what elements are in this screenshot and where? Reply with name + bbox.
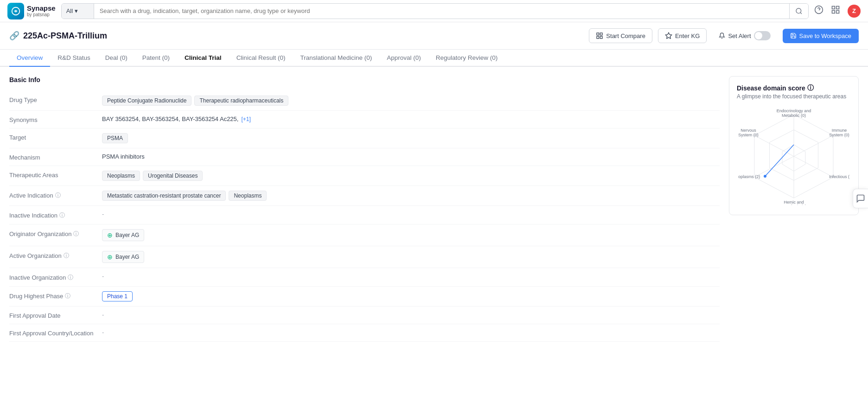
enter-kg-button[interactable]: Enter KG [658, 28, 707, 43]
tab-rd-status[interactable]: R&D Status [50, 50, 98, 67]
svg-text:System (0): System (0) [829, 133, 849, 137]
drug-phase-info-icon[interactable]: ⓘ [65, 292, 70, 300]
target-value: PSMA [102, 133, 720, 143]
inactive-indication-dash: - [102, 211, 104, 218]
first-approval-country-dash: - [102, 329, 104, 336]
mechanism-label: Mechanism [9, 153, 102, 161]
svg-rect-10 [597, 36, 599, 38]
enter-kg-label: Enter KG [675, 32, 700, 39]
first-approval-date-label: First Approval Date [9, 311, 102, 319]
alert-toggle[interactable] [754, 31, 771, 40]
start-compare-button[interactable]: Start Compare [589, 28, 652, 43]
inactive-org-info-icon[interactable]: ⓘ [68, 274, 73, 282]
svg-rect-5 [836, 6, 839, 9]
target-row: Target PSMA [9, 128, 720, 148]
radar-chart: Endocrinology and Metabolic (0) Nervous … [737, 105, 851, 207]
tab-translational-medicine[interactable]: Translational Medicine (0) [293, 50, 379, 67]
originator-org-info-icon[interactable]: ⓘ [73, 230, 79, 238]
tab-patent[interactable]: Patent (0) [135, 50, 177, 67]
drug-type-tag-0: Peptide Conjugate Radionuclide [102, 96, 191, 106]
svg-rect-6 [832, 11, 835, 13]
inactive-org-dash: - [102, 273, 104, 280]
active-org-globe-icon: ⊕ [107, 253, 113, 261]
apps-button[interactable] [831, 5, 840, 17]
svg-text:Immune: Immune [832, 128, 847, 133]
tab-overview[interactable]: Overview [9, 50, 50, 67]
svg-rect-11 [600, 36, 603, 38]
save-workspace-label: Save to Workspace [799, 32, 851, 39]
tab-regulatory-review[interactable]: Regulatory Review (0) [428, 50, 505, 67]
first-approval-country-value: - [102, 329, 720, 336]
inactive-indication-row: Inactive Indication ⓘ - [9, 206, 720, 224]
set-alert-area: Set Alert [712, 28, 777, 44]
tab-deal[interactable]: Deal (0) [98, 50, 135, 67]
tab-approval[interactable]: Approval (0) [379, 50, 428, 67]
svg-text:Metabolic (0): Metabolic (0) [782, 113, 806, 118]
svg-text:Neoplasms (2): Neoplasms (2) [738, 174, 760, 179]
tab-clinical-result[interactable]: Clinical Result (0) [229, 50, 293, 67]
first-approval-date-value: - [102, 311, 720, 318]
active-org-tag-0: ⊕ Bayer AG [102, 251, 144, 263]
drug-title: 225Ac-PSMA-Trillium [23, 31, 107, 41]
inactive-org-label: Inactive Organization ⓘ [9, 273, 102, 282]
search-input[interactable] [94, 7, 789, 14]
tab-clinical-trial[interactable]: Clinical Trial [177, 50, 229, 67]
inactive-indication-value: - [102, 211, 720, 218]
svg-rect-9 [600, 33, 603, 35]
svg-rect-7 [836, 11, 839, 13]
svg-point-30 [764, 175, 766, 178]
active-org-label: Active Organization ⓘ [9, 251, 102, 260]
drug-phase-tag: Phase 1 [102, 291, 133, 301]
drug-highest-phase-value: Phase 1 [102, 291, 720, 301]
active-org-value: ⊕ Bayer AG [102, 251, 720, 263]
radar-svg: Endocrinology and Metabolic (0) Nervous … [738, 108, 849, 205]
left-panel: Basic Info Drug Type Peptide Conjugate R… [9, 76, 720, 380]
active-org-row: Active Organization ⓘ ⊕ Bayer AG [9, 246, 720, 268]
search-type-label: All [66, 7, 73, 14]
logo-text: Synapse by patsnap [27, 5, 56, 18]
target-label: Target [9, 133, 102, 141]
disease-domain-title: Disease domain score ⓘ [737, 84, 851, 92]
drug-title-area: 🔗 225Ac-PSMA-Trillium [9, 31, 107, 41]
help-button[interactable] [814, 5, 823, 17]
inactive-org-row: Inactive Organization ⓘ - [9, 268, 720, 287]
save-workspace-button[interactable]: Save to Workspace [783, 29, 859, 43]
inactive-indication-label: Inactive Indication ⓘ [9, 211, 102, 219]
user-avatar[interactable]: Z [848, 5, 861, 18]
drug-highest-phase-label: Drug Highest Phase ⓘ [9, 291, 102, 300]
drug-type-value: Peptide Conjugate Radionuclide Therapeut… [102, 96, 720, 106]
synonyms-more[interactable]: [+1] [241, 116, 250, 122]
synonyms-row: Synonyms BAY 3563254, BAY-3563254, BAY-3… [9, 111, 720, 128]
active-org-info-icon[interactable]: ⓘ [64, 252, 69, 260]
therapeutic-areas-label: Therapeutic Areas [9, 171, 102, 179]
synonyms-value: BAY 3563254, BAY-3563254, BAY-3563254 Ac… [102, 115, 720, 122]
svg-text:Endocrinology and: Endocrinology and [777, 109, 811, 113]
app-name: Synapse [27, 5, 56, 13]
svg-rect-8 [597, 33, 599, 35]
first-approval-country-label: First Approval Country/Location [9, 329, 102, 337]
logo-icon [7, 3, 24, 19]
drug-header: 🔗 225Ac-PSMA-Trillium Start Compare Ente… [0, 22, 868, 50]
search-type-select[interactable]: All ▾ [62, 4, 94, 19]
svg-text:System (0): System (0) [738, 133, 759, 137]
active-indication-info-icon[interactable]: ⓘ [55, 192, 61, 199]
right-panel: Disease domain score ⓘ A glimpse into th… [729, 76, 859, 380]
chevron-down-icon: ▾ [75, 7, 78, 14]
set-alert-label: Set Alert [728, 32, 751, 39]
originator-org-label: Originator Organization ⓘ [9, 229, 102, 238]
top-bar: Synapse by patsnap All ▾ Z [0, 0, 868, 22]
inactive-indication-info-icon[interactable]: ⓘ [59, 211, 65, 219]
therapeutic-tag-0: Neoplasms [102, 171, 140, 181]
therapeutic-areas-row: Therapeutic Areas Neoplasms Urogenital D… [9, 166, 720, 186]
drug-type-row: Drug Type Peptide Conjugate Radionuclide… [9, 91, 720, 111]
disease-domain-info-icon[interactable]: ⓘ [807, 84, 814, 92]
search-button[interactable] [789, 4, 808, 19]
drug-highest-phase-row: Drug Highest Phase ⓘ Phase 1 [9, 287, 720, 307]
inactive-org-value: - [102, 273, 720, 280]
synonyms-label: Synonyms [9, 115, 102, 123]
chat-fab[interactable] [853, 189, 868, 208]
active-indication-tag-0: Metastatic castration-resistant prostate… [102, 191, 226, 201]
active-indication-value: Metastatic castration-resistant prostate… [102, 191, 720, 201]
app-subname: by patsnap [27, 12, 56, 17]
therapeutic-tag-1: Urogenital Diseases [143, 171, 203, 181]
